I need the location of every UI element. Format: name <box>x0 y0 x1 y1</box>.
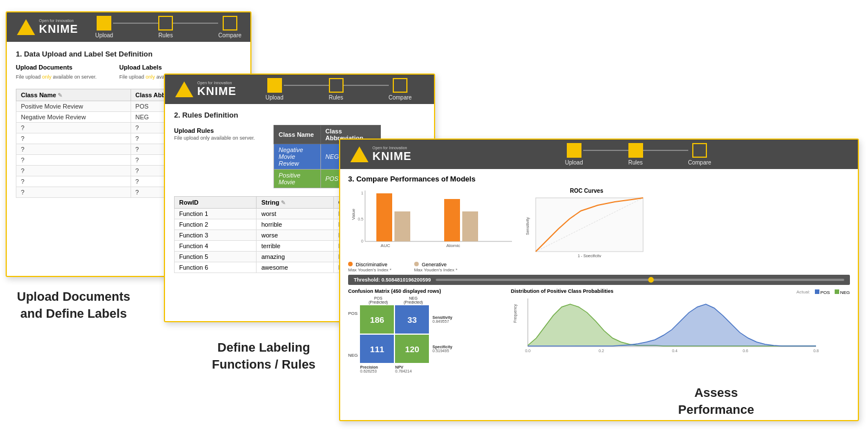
step-label-compare-1: Compare <box>218 32 241 38</box>
svg-text:Sensitivity: Sensitivity <box>526 217 530 235</box>
caption-upload: Upload Documentsand Define Labels <box>17 288 130 322</box>
upload-rules-col: Upload Rules File upload only available … <box>174 125 264 141</box>
step-square-upload-3[interactable] <box>567 143 581 158</box>
compare-title: 3. Compare Performances of Models <box>348 175 850 183</box>
threshold-bar[interactable]: Threshold: 0.5084810196200599 <box>348 275 850 285</box>
step-label-upload-2: Upload <box>266 94 284 101</box>
svg-rect-6 <box>462 211 478 241</box>
cm-fp: 111 <box>360 335 394 363</box>
confusion-area: Confusion Matrix (450 displayed rows) PO… <box>348 288 506 390</box>
svg-text:0: 0 <box>361 239 363 243</box>
cm-col-headers: POS(Predicted) NEG(Predicted) <box>361 296 459 304</box>
logo-triangle-icon-2 <box>175 81 193 97</box>
legend-pos: POS <box>815 289 830 295</box>
bar-chart-area: Value AUC Atomic Metric by Model <box>348 188 518 259</box>
svg-text:Atomic: Atomic <box>446 243 460 248</box>
step-square-rules-1[interactable] <box>158 16 173 31</box>
cm-row-1: 186 33 Sensitivity 0.849557 <box>360 305 459 334</box>
class-name-cell: ? <box>16 133 131 144</box>
cm-col-neg: NEG(Predicted) <box>396 296 430 304</box>
step-label-compare-3: Compare <box>688 159 711 166</box>
rowid-cell: Function 1 <box>175 209 257 219</box>
cm-sensitivity: Sensitivity 0.849557 <box>430 305 458 334</box>
class-name-cell: Negative Movie Review <box>16 112 131 123</box>
slider-track[interactable] <box>436 279 844 281</box>
class-pos-name: Positive Movie <box>274 170 321 188</box>
string-cell: worse <box>257 230 333 241</box>
legend-label-disc: Discriminative <box>356 262 388 267</box>
class-name-cell: ? <box>16 176 131 187</box>
svg-rect-4 <box>394 211 410 241</box>
logo-sub-1: Open for Innovation <box>39 19 78 23</box>
rt-col-rowid: RowID <box>175 197 257 209</box>
step-square-upload-2[interactable] <box>267 78 282 93</box>
knime-logo-3: Open for Innovation KNIME <box>350 146 411 163</box>
nav-steps-1: Upload Rules Compare <box>95 16 241 38</box>
cm-prec-label: Precision <box>360 365 394 369</box>
svg-rect-3 <box>376 193 392 241</box>
svg-text:1 - Specificity: 1 - Specificity <box>578 254 601 257</box>
svg-text:0.4: 0.4 <box>672 349 678 353</box>
string-cell: worst <box>257 209 333 219</box>
roc-svg: 1 - Specificity Sensitivity <box>524 195 649 257</box>
histogram-area: Distribution of Positive Class Probabili… <box>511 288 850 390</box>
nav-steps-3: Upload Rules Compare <box>428 143 848 166</box>
cm-precision: Precision 0.626253 <box>360 364 394 374</box>
svg-text:0.6: 0.6 <box>743 349 748 353</box>
string-cell: horrible <box>257 219 333 230</box>
step-line-2b <box>344 85 389 86</box>
cm-npv-val: 0.784214 <box>395 369 429 373</box>
step-line-1b <box>173 23 218 24</box>
step-line-3a <box>583 150 628 151</box>
step-square-rules-3[interactable] <box>628 143 643 158</box>
section-title-2: 2. Rules Definition <box>174 111 425 119</box>
caption-rules: Define LabelingFunctions / Rules <box>212 339 315 373</box>
edit-icon-class: ✎ <box>58 92 62 98</box>
step-rules-2: Rules <box>329 78 344 101</box>
cm-npv-label: NPV <box>395 365 429 369</box>
cm-grid-wrap: POS(Predicted) NEG(Predicted) 186 33 Sen… <box>360 296 459 374</box>
step-square-rules-2[interactable] <box>329 78 344 93</box>
step-compare-3: Compare <box>688 143 711 166</box>
cm-sens-val: 0.849557 <box>432 319 458 323</box>
class-name-cell: ? <box>16 123 131 133</box>
logo-name-2: KNIME <box>197 85 236 98</box>
cm-row-2: 111 120 Specificity 0.519495 <box>360 335 459 363</box>
bar-chart-svg: Value AUC Atomic Metric by Model <box>348 188 518 250</box>
logo-triangle-icon <box>17 19 35 35</box>
upload-docs-label: Upload Documents <box>16 64 97 71</box>
step-square-compare-3[interactable] <box>692 143 707 158</box>
cm-spec-val: 0.519495 <box>432 349 458 353</box>
col-class-name: Class Name ✎ <box>16 89 131 101</box>
legend-sub-disc: Max Youden's Index * <box>348 267 392 272</box>
rowid-cell: Function 3 <box>175 230 257 241</box>
legend-actual: Actual: <box>796 289 810 295</box>
caption-compare: AssessPerformance <box>678 384 754 418</box>
step-label-rules-3: Rules <box>628 159 643 166</box>
cm-row-labels: POS NEG <box>348 308 358 390</box>
cm-stats-spacer <box>431 296 459 304</box>
cm-bottom-stats: Precision 0.626253 NPV 0.784214 <box>360 364 459 374</box>
class-name-cell: ? <box>16 155 131 166</box>
section-title-1: 1. Data Upload and Label Set Definition <box>16 50 241 58</box>
cm-npv: NPV 0.784214 <box>395 364 429 374</box>
step-label-compare-2: Compare <box>389 94 412 101</box>
legend-dot-disc <box>348 262 353 266</box>
step-square-compare-1[interactable] <box>223 16 237 31</box>
step-square-upload-1[interactable] <box>97 16 111 31</box>
step-upload-1: Upload <box>95 16 113 38</box>
histogram-svg: Frequency 0.0 0.2 0.4 0.6 0.8 <box>511 296 822 358</box>
slider-thumb[interactable] <box>648 277 654 283</box>
step-compare-1: Compare <box>218 16 241 38</box>
panel-compare: Open for Innovation KNIME Upload Rules C… <box>339 139 859 421</box>
histogram-header: Distribution of Positive Class Probabili… <box>511 288 850 296</box>
step-line-3b <box>643 150 688 151</box>
legend-label-gen: Generative <box>422 262 446 267</box>
rt-col-string: String ✎ <box>257 197 333 209</box>
step-compare-2: Compare <box>389 78 412 101</box>
roc-area: ROC Curves 1 - Specificity Sensitivity <box>524 188 649 259</box>
step-square-compare-2[interactable] <box>393 78 407 93</box>
logo-sub-2: Open for Innovation <box>197 81 236 85</box>
ctsm-col1: Class Name <box>274 126 321 144</box>
compare-charts-row: Value AUC Atomic Metric by Model <box>348 188 850 259</box>
